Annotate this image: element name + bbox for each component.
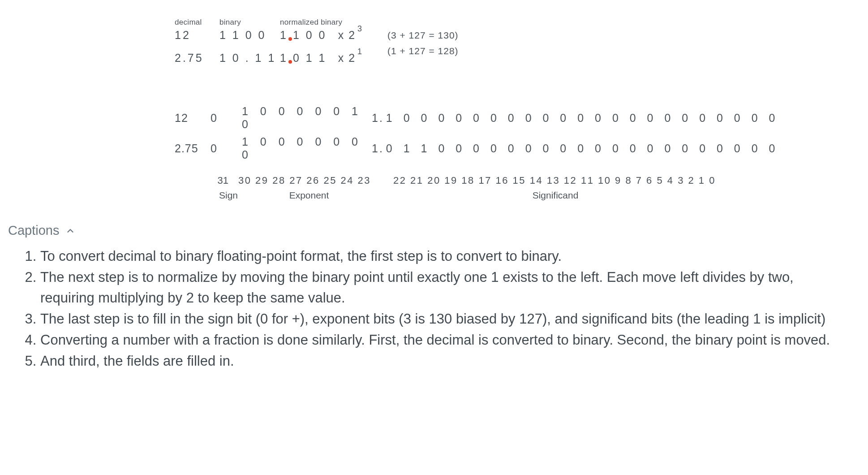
sign-bit: 0 bbox=[211, 142, 242, 155]
caption-item: And third, the fields are filled in. bbox=[40, 351, 850, 371]
ieee-row-label: 2.75 bbox=[175, 142, 211, 155]
captions-toggle[interactable]: Captions bbox=[0, 212, 868, 246]
decimal-value: 12 bbox=[175, 29, 219, 42]
bit-index-sign: 31 bbox=[202, 175, 237, 186]
captions-title: Captions bbox=[8, 223, 59, 238]
caption-item: The next step is to normalize by moving … bbox=[40, 267, 850, 308]
exponent-bits: 1 0 0 0 0 0 0 0 bbox=[242, 135, 372, 161]
normalized-fraction: 1 0 0 bbox=[293, 29, 327, 42]
bias-note: (3 + 127 = 130) bbox=[387, 30, 459, 41]
caption-item: Converting a number with a fraction is d… bbox=[40, 330, 850, 350]
binary-value: 1 0 . 1 1 bbox=[219, 52, 280, 65]
ieee754-figure: 12 0 1 0 0 0 0 0 1 0 1.1 0 0 0 0 0 0 0 0… bbox=[0, 78, 868, 212]
binary-point-icon bbox=[288, 60, 292, 64]
binary-point-icon bbox=[288, 37, 292, 41]
exponent-base: x 2 bbox=[338, 52, 356, 65]
implicit-leading-one: 1. bbox=[372, 142, 384, 155]
sign-bit: 0 bbox=[211, 112, 242, 125]
exponent-superscript: 3 bbox=[357, 24, 362, 34]
bit-index-exponent: 30 29 28 27 26 25 24 23 bbox=[237, 175, 372, 186]
decimal-value: 2.75 bbox=[175, 52, 219, 65]
conversion-figure: decimal binary normalized binary 12 1 1 … bbox=[0, 0, 868, 78]
mantissa-bits: 0 1 1 0 0 0 0 0 0 0 0 0 0 0 0 0 0 0 0 0 … bbox=[386, 142, 779, 155]
field-label-sign: Sign bbox=[197, 190, 251, 201]
normalized-fraction: 0 1 1 bbox=[293, 52, 327, 65]
col-header-decimal: decimal bbox=[175, 18, 219, 27]
caption-item: To convert decimal to binary floating-po… bbox=[40, 246, 850, 266]
normalized-leading: 1 bbox=[280, 29, 288, 42]
binary-value: 1 1 0 0 bbox=[219, 29, 280, 42]
exponent-base: x 2 bbox=[338, 29, 356, 42]
bit-index-mantissa: 22 21 20 19 18 17 16 15 14 13 12 11 10 9… bbox=[372, 175, 716, 186]
normalized-leading: 1 bbox=[280, 52, 288, 65]
col-header-normalized: normalized binary bbox=[280, 18, 387, 27]
captions-list: To convert decimal to binary floating-po… bbox=[0, 246, 868, 390]
exponent-superscript: 1 bbox=[357, 47, 362, 56]
field-label-mantissa: Significand bbox=[367, 190, 681, 201]
chevron-up-icon bbox=[65, 226, 75, 236]
bias-note: (1 + 127 = 128) bbox=[387, 46, 459, 56]
field-label-exponent: Exponent bbox=[251, 190, 367, 201]
mantissa-bits: 1 0 0 0 0 0 0 0 0 0 0 0 0 0 0 0 0 0 0 0 … bbox=[386, 112, 779, 124]
exponent-bits: 1 0 0 0 0 0 1 0 bbox=[242, 105, 372, 131]
caption-item: The last step is to fill in the sign bit… bbox=[40, 309, 850, 329]
col-header-binary: binary bbox=[219, 18, 280, 27]
implicit-leading-one: 1. bbox=[372, 112, 384, 124]
ieee-row-label: 12 bbox=[175, 112, 211, 125]
